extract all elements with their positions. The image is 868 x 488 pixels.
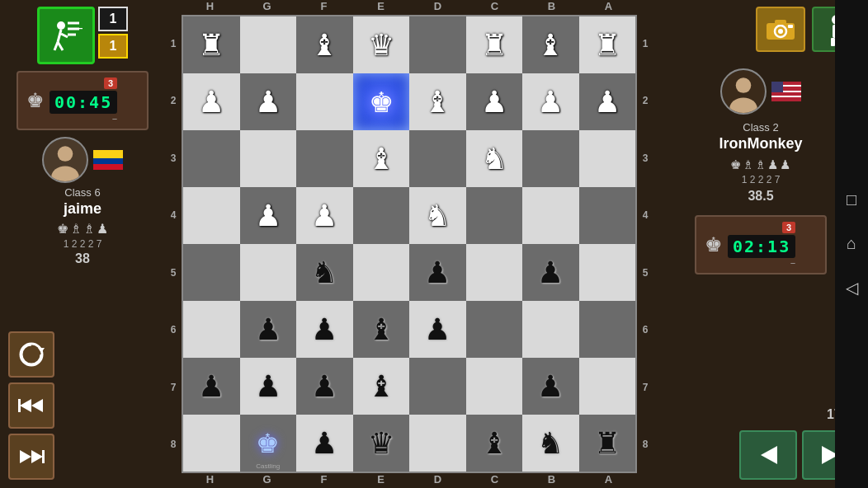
cell-h8[interactable] xyxy=(183,415,240,472)
file-labels-bottom: H G F E D C B A xyxy=(182,473,637,488)
run-button[interactable]: — xyxy=(37,7,95,64)
cell-g8[interactable]: ♚ Castling xyxy=(240,415,297,472)
cell-c8[interactable]: ♝ xyxy=(466,415,523,472)
cell-f2[interactable] xyxy=(296,73,353,130)
cell-e1[interactable]: ♛ xyxy=(353,16,410,73)
cell-e6[interactable]: ♝ xyxy=(353,301,410,358)
cell-b1[interactable]: ♝ xyxy=(522,16,579,73)
cell-c2[interactable]: ♟ xyxy=(466,73,523,130)
cell-f1[interactable]: ♝ xyxy=(296,16,353,73)
left-avatar-container xyxy=(42,137,123,183)
cell-e7[interactable]: ♝ xyxy=(353,358,410,415)
svg-marker-13 xyxy=(38,348,45,353)
cell-a8[interactable]: ♜ xyxy=(579,415,636,472)
cell-d7[interactable] xyxy=(409,358,466,415)
cell-c4[interactable] xyxy=(466,187,523,244)
cell-b5[interactable]: ♟ xyxy=(522,244,579,301)
right-timer-badge: 3 xyxy=(782,222,795,233)
cell-e4[interactable] xyxy=(353,187,410,244)
cell-d6[interactable]: ♟ xyxy=(409,301,466,358)
cell-d2[interactable]: ♝ xyxy=(409,73,466,130)
svg-point-32 xyxy=(736,77,752,93)
cell-a7[interactable] xyxy=(579,358,636,415)
cell-c7[interactable] xyxy=(466,358,523,415)
file-c-top: C xyxy=(466,0,523,15)
svg-rect-24 xyxy=(788,25,793,28)
rewind-button[interactable] xyxy=(8,382,54,429)
right-class-label: Class 2 xyxy=(743,121,778,134)
cell-g3[interactable] xyxy=(240,130,297,187)
cell-a1[interactable]: ♜ xyxy=(579,16,636,73)
cell-g2[interactable]: ♟ xyxy=(240,73,297,130)
cell-h5[interactable] xyxy=(183,244,240,301)
cell-g6[interactable]: ♟ xyxy=(240,301,297,358)
cell-c3[interactable]: ♞ xyxy=(466,130,523,187)
android-square-button[interactable]: □ xyxy=(847,190,856,209)
rank-7-right: 7 xyxy=(637,359,653,416)
cell-f8[interactable]: ♟ xyxy=(296,415,353,472)
cell-c5[interactable] xyxy=(466,244,523,301)
cell-d3[interactable] xyxy=(409,130,466,187)
cell-g1[interactable] xyxy=(240,16,297,73)
cell-h1[interactable]: ♜ xyxy=(183,16,240,73)
cell-b4[interactable] xyxy=(522,187,579,244)
cell-h2[interactable]: ♟ xyxy=(183,73,240,130)
cell-g7[interactable]: ♟ xyxy=(240,358,297,415)
android-home-button[interactable]: ⌂ xyxy=(847,234,856,253)
cell-e8[interactable]: ♛ xyxy=(353,415,410,472)
cell-d4[interactable]: ♞ xyxy=(409,187,466,244)
cell-e2[interactable]: ♚ xyxy=(353,73,410,130)
rank-5-right: 5 xyxy=(637,244,653,302)
cell-a2[interactable]: ♟ xyxy=(579,73,636,130)
rank-8-right: 8 xyxy=(637,416,653,474)
cell-h7[interactable]: ♟ xyxy=(183,358,240,415)
cell-h4[interactable] xyxy=(183,187,240,244)
svg-rect-23 xyxy=(775,20,786,25)
cell-g5[interactable] xyxy=(240,244,297,301)
cell-c6[interactable] xyxy=(466,301,523,358)
prev-button[interactable] xyxy=(739,430,797,480)
fast-forward-button[interactable] xyxy=(8,434,54,480)
cell-a6[interactable] xyxy=(579,301,636,358)
file-h-top: H xyxy=(182,0,238,15)
camera-button[interactable] xyxy=(756,7,805,52)
cell-b8[interactable]: ♞ xyxy=(522,415,579,472)
android-nav-bar: □ ⌂ ◁ xyxy=(835,0,868,488)
rank-4-right: 4 xyxy=(637,187,653,245)
cell-e3[interactable]: ♝ xyxy=(353,130,410,187)
cell-a4[interactable] xyxy=(579,187,636,244)
cell-d8[interactable] xyxy=(409,415,466,472)
cell-f3[interactable] xyxy=(296,130,353,187)
cell-f6[interactable]: ♟ xyxy=(296,301,353,358)
replay-button[interactable] xyxy=(8,331,54,378)
file-b-top: B xyxy=(523,0,580,15)
cell-f7[interactable]: ♟ xyxy=(296,358,353,415)
cell-b6[interactable] xyxy=(522,301,579,358)
cell-d5[interactable]: ♟ xyxy=(409,244,466,301)
chess-board[interactable]: ♜ ♝ ♛ ♜ ♝ ♜ ♟ ♟ ♚ ♝ ♟ ♟ ♟ ♝ ♞ ♟ ♟ ♞ xyxy=(182,15,637,473)
svg-text:—: — xyxy=(73,19,83,35)
cell-g4[interactable]: ♟ xyxy=(240,187,297,244)
cell-a3[interactable] xyxy=(579,130,636,187)
rank-labels-left: 1 2 3 4 5 6 7 8 xyxy=(165,15,182,473)
file-f-top: F xyxy=(295,0,352,15)
cell-a5[interactable] xyxy=(579,244,636,301)
left-avatar xyxy=(42,137,88,183)
cell-f5[interactable]: ♞ xyxy=(296,244,353,301)
cell-b3[interactable] xyxy=(522,130,579,187)
colombia-flag xyxy=(93,150,123,170)
cell-b2[interactable]: ♟ xyxy=(522,73,579,130)
cell-c1[interactable]: ♜ xyxy=(466,16,523,73)
file-labels-top: H G F E D C B A xyxy=(182,0,637,15)
cell-h6[interactable] xyxy=(183,301,240,358)
right-avatar xyxy=(720,68,767,115)
cell-d1[interactable] xyxy=(409,16,466,73)
cell-f4[interactable]: ♟ xyxy=(296,187,353,244)
android-back-button[interactable]: ◁ xyxy=(846,278,858,298)
svg-line-3 xyxy=(58,42,63,50)
cell-e5[interactable] xyxy=(353,244,410,301)
right-player-info: Class 2 IronMonkey ♚♗♗♟♟ 1 2 2 2 7 38.5 xyxy=(719,68,802,210)
cell-b7[interactable]: ♟ xyxy=(522,358,579,415)
svg-marker-18 xyxy=(31,450,43,463)
cell-h3[interactable] xyxy=(183,130,240,187)
